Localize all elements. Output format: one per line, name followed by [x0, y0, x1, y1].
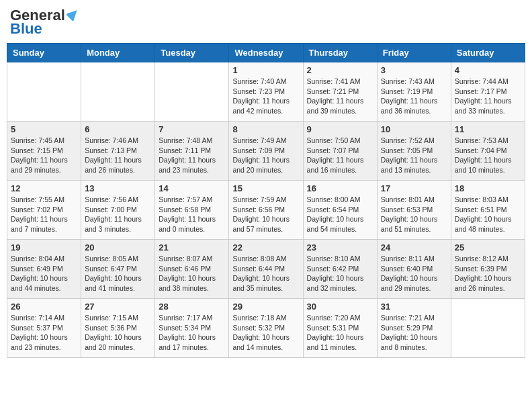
day-info-line: Daylight: 11 hours [381, 156, 438, 164]
day-number: 7 [159, 124, 225, 134]
day-cell: 16Sunrise: 8:00 AMSunset: 6:54 PMDayligh… [303, 181, 377, 240]
day-info: Sunrise: 8:10 AMSunset: 6:42 PMDaylight:… [307, 254, 373, 293]
day-info-line: Daylight: 11 hours [159, 215, 216, 223]
day-cell: 3Sunrise: 7:43 AMSunset: 7:19 PMDaylight… [377, 62, 451, 122]
day-cell: 11Sunrise: 7:53 AMSunset: 7:04 PMDayligh… [451, 122, 525, 181]
day-cell: 27Sunrise: 7:15 AMSunset: 5:36 PMDayligh… [81, 299, 155, 358]
day-number: 4 [455, 65, 521, 75]
day-info-line: Daylight: 10 hours [159, 333, 216, 341]
day-cell: 21Sunrise: 8:07 AMSunset: 6:46 PMDayligh… [155, 240, 229, 299]
day-info-line: Daylight: 11 hours [307, 97, 364, 105]
day-info-line: Sunrise: 7:55 AM [11, 195, 64, 203]
day-info-line: Sunrise: 7:44 AM [455, 77, 508, 85]
day-info-line: Sunset: 6:46 PM [159, 265, 211, 273]
day-info: Sunrise: 7:52 AMSunset: 7:05 PMDaylight:… [381, 136, 447, 175]
day-cell: 25Sunrise: 8:12 AMSunset: 6:39 PMDayligh… [451, 240, 525, 299]
day-cell: 20Sunrise: 8:05 AMSunset: 6:47 PMDayligh… [81, 240, 155, 299]
day-info-line: Daylight: 10 hours [307, 274, 364, 282]
day-info: Sunrise: 7:21 AMSunset: 5:29 PMDaylight:… [381, 313, 447, 353]
day-cell: 30Sunrise: 7:20 AMSunset: 5:31 PMDayligh… [303, 299, 377, 358]
day-info-line: Sunset: 6:44 PM [232, 265, 285, 273]
day-info-line: Sunset: 5:32 PM [232, 324, 285, 332]
day-number: 29 [232, 302, 299, 312]
day-info-line: Daylight: 10 hours [11, 333, 68, 341]
day-info: Sunrise: 8:04 AMSunset: 6:49 PMDaylight:… [11, 254, 77, 293]
day-number: 22 [232, 242, 299, 253]
day-cell [155, 62, 229, 122]
day-info-line: Sunset: 6:58 PM [159, 205, 211, 214]
day-info-line: and 11 minutes. [307, 343, 357, 351]
day-info-line: Sunset: 7:02 PM [11, 205, 63, 214]
day-info-line: and 26 minutes. [85, 166, 135, 174]
day-info-line: Daylight: 11 hours [232, 156, 290, 164]
day-info-line: Daylight: 10 hours [232, 215, 290, 223]
day-info: Sunrise: 8:05 AMSunset: 6:47 PMDaylight:… [85, 254, 151, 293]
day-info-line: Sunrise: 7:57 AM [159, 195, 212, 203]
day-info-line: Daylight: 10 hours [85, 333, 142, 341]
day-number: 17 [381, 183, 447, 193]
day-cell [81, 62, 155, 122]
day-info: Sunrise: 7:43 AMSunset: 7:19 PMDaylight:… [381, 77, 447, 116]
day-cell: 14Sunrise: 7:57 AMSunset: 6:58 PMDayligh… [155, 181, 229, 240]
day-number: 15 [232, 183, 299, 193]
day-info: Sunrise: 8:01 AMSunset: 6:53 PMDaylight:… [381, 195, 447, 234]
day-info-line: Sunset: 7:21 PM [307, 87, 359, 95]
day-info-line: Daylight: 11 hours [381, 97, 438, 105]
day-info-line: Sunrise: 8:01 AM [381, 195, 435, 203]
day-info-line: Sunrise: 8:03 AM [455, 195, 508, 203]
day-info: Sunrise: 7:18 AMSunset: 5:32 PMDaylight:… [232, 313, 299, 353]
day-cell: 1Sunrise: 7:40 AMSunset: 7:23 PMDaylight… [229, 62, 303, 122]
day-cell: 15Sunrise: 7:59 AMSunset: 6:56 PMDayligh… [229, 181, 303, 240]
week-row-5: 26Sunrise: 7:14 AMSunset: 5:37 PMDayligh… [7, 299, 525, 358]
day-info-line: and 16 minutes. [307, 166, 357, 174]
day-info-line: Sunrise: 8:05 AM [85, 255, 138, 263]
day-info-line: Daylight: 10 hours [455, 274, 512, 282]
day-info-line: Daylight: 10 hours [232, 274, 290, 282]
day-cell [7, 62, 81, 122]
day-info: Sunrise: 8:00 AMSunset: 6:54 PMDaylight:… [307, 195, 373, 234]
day-info-line: Sunset: 7:15 PM [11, 146, 63, 154]
day-info: Sunrise: 7:48 AMSunset: 7:11 PMDaylight:… [159, 136, 225, 175]
day-cell: 4Sunrise: 7:44 AMSunset: 7:17 PMDaylight… [451, 62, 525, 122]
weekday-sunday: Sunday [7, 44, 81, 62]
week-row-3: 12Sunrise: 7:55 AMSunset: 7:02 PMDayligh… [7, 181, 525, 240]
day-info-line: Sunrise: 7:50 AM [307, 136, 361, 144]
day-info: Sunrise: 8:03 AMSunset: 6:51 PMDaylight:… [455, 195, 521, 234]
day-cell: 19Sunrise: 8:04 AMSunset: 6:49 PMDayligh… [7, 240, 81, 299]
day-number: 10 [381, 124, 447, 134]
day-info: Sunrise: 7:45 AMSunset: 7:15 PMDaylight:… [11, 136, 77, 175]
day-number: 13 [85, 183, 151, 193]
day-info-line: and 54 minutes. [307, 225, 357, 233]
day-info-line: and 23 minutes. [159, 166, 209, 174]
day-info-line: and 13 minutes. [381, 166, 431, 174]
day-info-line: Sunset: 6:42 PM [307, 265, 359, 273]
day-info-line: Daylight: 11 hours [232, 97, 290, 105]
day-cell: 13Sunrise: 7:56 AMSunset: 7:00 PMDayligh… [81, 181, 155, 240]
day-info-line: Sunset: 5:34 PM [159, 324, 211, 332]
day-cell: 29Sunrise: 7:18 AMSunset: 5:32 PMDayligh… [229, 299, 303, 358]
day-info-line: and 17 minutes. [159, 343, 209, 351]
day-info-line: Sunset: 7:00 PM [85, 205, 137, 214]
day-number: 24 [381, 242, 447, 253]
day-number: 28 [159, 302, 225, 312]
day-info-line: and 39 minutes. [307, 107, 357, 115]
day-number: 11 [455, 124, 521, 134]
day-info-line: and 20 minutes. [232, 166, 283, 174]
day-info-line: and 20 minutes. [85, 343, 135, 351]
weekday-saturday: Saturday [451, 44, 525, 62]
day-info: Sunrise: 8:12 AMSunset: 6:39 PMDaylight:… [455, 254, 521, 293]
day-info-line: Sunrise: 7:15 AM [85, 314, 138, 322]
day-info-line: Daylight: 10 hours [232, 333, 290, 341]
day-info: Sunrise: 7:50 AMSunset: 7:07 PMDaylight:… [307, 136, 373, 175]
day-info-line: Sunrise: 7:53 AM [455, 136, 508, 144]
day-info-line: Sunrise: 7:41 AM [307, 77, 361, 85]
day-info-line: Sunrise: 8:08 AM [232, 255, 286, 263]
day-number: 12 [11, 183, 77, 193]
day-info-line: Daylight: 11 hours [455, 156, 512, 164]
day-info-line: and 33 minutes. [455, 107, 505, 115]
day-info: Sunrise: 7:15 AMSunset: 5:36 PMDaylight:… [85, 313, 151, 353]
logo-arrow-icon [66, 7, 80, 21]
day-number: 19 [11, 242, 77, 253]
day-info-line: Sunset: 6:54 PM [307, 205, 359, 214]
day-info: Sunrise: 7:53 AMSunset: 7:04 PMDaylight:… [455, 136, 521, 175]
